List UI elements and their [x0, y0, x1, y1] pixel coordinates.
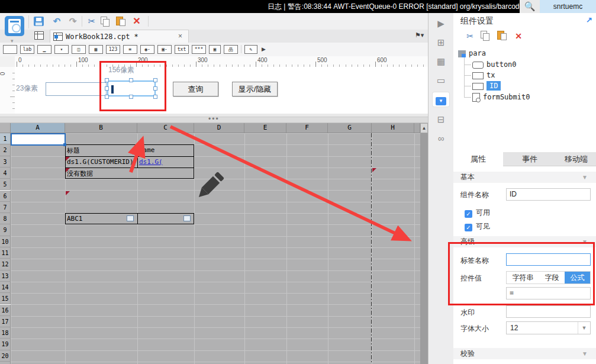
row-header-8[interactable]: 8: [0, 213, 11, 224]
pane-splitter[interactable]: •••: [0, 117, 429, 123]
enabled-checkbox[interactable]: ✓可用: [465, 208, 490, 218]
cut-icon[interactable]: ✂: [85, 15, 98, 27]
tab-close-icon[interactable]: ×: [178, 32, 182, 40]
font-size-select[interactable]: 12▼: [506, 321, 591, 334]
tab-layout-icon[interactable]: ⊟: [433, 112, 449, 127]
new-worksheet-icon[interactable]: [34, 31, 47, 41]
text-input-tx[interactable]: [46, 82, 107, 96]
cell-C3[interactable]: ds1.G(: [139, 158, 193, 166]
column-header-H[interactable]: H: [372, 123, 414, 133]
column-header-B[interactable]: B: [65, 123, 137, 133]
tree-item-formSubmit0[interactable]: formSubmit0: [472, 92, 530, 102]
query-button[interactable]: 查询: [173, 82, 218, 96]
row-header-13[interactable]: 13: [0, 270, 11, 282]
number-icon[interactable]: 123: [106, 45, 120, 54]
tab-事件[interactable]: 事件: [503, 152, 556, 166]
panel-collapse-icon[interactable]: ↗: [586, 15, 592, 24]
report-block-icon[interactable]: ⊞: [433, 36, 449, 50]
form-edit-icon[interactable]: ✎: [244, 45, 257, 54]
cut-icon[interactable]: ✂: [464, 31, 476, 41]
save-icon[interactable]: [34, 17, 44, 26]
copy-icon[interactable]: [481, 31, 492, 41]
report-info-icon[interactable]: ▦: [433, 54, 449, 69]
collapse-arrow-icon[interactable]: ▶: [433, 17, 449, 31]
row-header-14[interactable]: 14: [0, 282, 11, 293]
app-logo-icon[interactable]: [5, 16, 24, 36]
row-header-5[interactable]: 5: [0, 179, 11, 190]
vertical-scrollbar[interactable]: [420, 133, 428, 364]
row-header-3[interactable]: 3: [0, 156, 11, 167]
tree-icon[interactable]: 品: [224, 45, 238, 54]
tab-workbook[interactable]: WorkBook128.cpt * ×: [50, 30, 189, 43]
password-icon[interactable]: ***: [192, 45, 206, 54]
row-header-15[interactable]: 15: [0, 293, 11, 304]
row-header-7[interactable]: 7: [0, 202, 11, 213]
radio-group-icon[interactable]: ◉-: [140, 45, 154, 54]
row-header-19[interactable]: 19: [0, 339, 11, 350]
label-icon[interactable]: lab: [20, 45, 34, 54]
row-header-17[interactable]: 17: [0, 316, 11, 327]
row-header-1[interactable]: 1: [0, 133, 11, 144]
column-header-G[interactable]: G: [328, 123, 372, 133]
tree-item-button0[interactable]: button0: [472, 60, 517, 70]
textarea-icon[interactable]: ≡: [123, 45, 137, 54]
checkbox-group-icon[interactable]: ▣-: [157, 45, 172, 54]
widget-name-input[interactable]: ID: [506, 188, 591, 201]
row-header-9[interactable]: 9: [0, 224, 11, 236]
cell-C2[interactable]: name: [139, 146, 193, 154]
panel-icon[interactable]: ◫: [72, 45, 86, 54]
section-validate[interactable]: 校验▼: [453, 348, 596, 359]
copy-icon[interactable]: [101, 17, 110, 26]
app-menu-caret-icon[interactable]: ▾: [11, 38, 14, 44]
section-basic[interactable]: 基本▼: [453, 172, 596, 183]
text-icon[interactable]: txt: [175, 45, 189, 54]
delete-icon[interactable]: ✕: [130, 15, 143, 27]
visible-checkbox[interactable]: ✓可见: [465, 221, 490, 231]
date-icon[interactable]: ▦: [89, 45, 103, 54]
parameter-pane-icon[interactable]: ▼: [433, 92, 449, 107]
row-header-6[interactable]: 6: [0, 191, 11, 202]
cell-B8[interactable]: ABC1: [67, 215, 136, 223]
column-header-C[interactable]: C: [137, 123, 194, 133]
column-header-D[interactable]: D: [194, 123, 244, 133]
row-header-11[interactable]: 11: [0, 247, 11, 259]
row-header-12[interactable]: 12: [0, 259, 11, 270]
flat-box-icon[interactable]: ▁: [37, 45, 51, 54]
cell-selection-A1[interactable]: [11, 133, 66, 146]
tab-属性[interactable]: 属性: [453, 152, 503, 166]
row-header-10[interactable]: 10: [0, 236, 11, 247]
formbar-more-icon[interactable]: ▶: [262, 46, 266, 52]
tree-item-ID[interactable]: ID: [472, 81, 501, 91]
tree-item-para[interactable]: para: [458, 49, 486, 59]
cell-B3[interactable]: ds1.G(CUSTOMERID): [67, 158, 136, 166]
tab-list-icon[interactable]: ⚑▾: [415, 31, 424, 39]
checkbox-icon[interactable]: ▣: [209, 45, 221, 54]
row-header-21[interactable]: 21: [0, 362, 11, 364]
redo-icon[interactable]: ↷: [66, 15, 79, 27]
watermark-input[interactable]: [506, 305, 591, 318]
column-header-A[interactable]: A: [11, 123, 65, 133]
row-header-20[interactable]: 20: [0, 350, 11, 362]
combo-icon[interactable]: ▾: [54, 45, 69, 54]
column-header-partial[interactable]: [414, 123, 420, 133]
scroll-up-icon[interactable]: ▲: [420, 123, 428, 133]
cell-B2[interactable]: 标题: [67, 146, 136, 155]
row-header-16[interactable]: 16: [0, 305, 11, 316]
toggle-visibility-button[interactable]: 显示/隐藏: [232, 82, 278, 96]
splitter-handle[interactable]: •••: [208, 115, 220, 123]
cell-B4[interactable]: 没有数据: [67, 169, 136, 178]
paste-icon[interactable]: [116, 17, 125, 26]
tree-item-tx[interactable]: tx: [472, 70, 495, 80]
user-account[interactable]: snrtuemc: [540, 0, 596, 13]
search-button[interactable]: 🔍: [520, 0, 540, 13]
absolute-layout-icon[interactable]: ▭: [433, 73, 449, 88]
row-header-4[interactable]: 4: [0, 167, 11, 179]
row-header-18[interactable]: 18: [0, 327, 11, 339]
link-icon[interactable]: ∞: [433, 131, 449, 146]
select-all-corner[interactable]: [0, 123, 11, 133]
paste-icon[interactable]: [497, 31, 509, 41]
row-header-2[interactable]: 2: [0, 144, 11, 156]
delete-icon[interactable]: ✕: [513, 31, 524, 41]
tab-移动端[interactable]: 移动端: [556, 152, 596, 166]
undo-icon[interactable]: ↶: [50, 15, 63, 27]
